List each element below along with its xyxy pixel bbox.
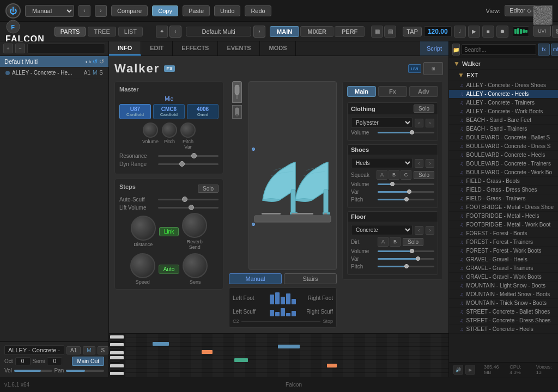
piano-note[interactable] <box>153 342 169 346</box>
nav-forward-button[interactable]: › <box>95 5 107 17</box>
squeak-c-btn[interactable]: C <box>401 170 411 180</box>
wand-icon[interactable]: ✦ <box>156 26 168 38</box>
browser-item-27[interactable]: ♫ STREET - Concrete - Dress Shoes <box>449 316 558 325</box>
browser-item-11[interactable]: ♫ FIELD - Grass - Boots <box>449 177 558 186</box>
piano-key-white6[interactable] <box>110 372 124 375</box>
piano-key-black4[interactable] <box>110 369 120 371</box>
list-tab[interactable]: LIST <box>118 27 143 36</box>
browser-search-input[interactable] <box>462 44 536 55</box>
effects-tab[interactable]: EFFECTS <box>173 41 218 56</box>
browser-item-8[interactable]: ♫ BOULEVARD - Concrete - Heels <box>449 151 558 160</box>
browser-item-13[interactable]: ♫ FIELD - Grass - Trainers <box>449 194 558 203</box>
piano-note-colored[interactable] <box>202 350 213 354</box>
fx-button1[interactable]: fx <box>538 44 550 56</box>
preset-back[interactable]: ‹ <box>169 26 181 38</box>
browser-item-10[interactable]: ♫ BOULEVARD - Concrete - Work Bo <box>449 168 558 177</box>
clothing-volume-slider[interactable] <box>378 132 434 133</box>
lift-volume-slider[interactable] <box>158 207 219 209</box>
squeak-a-btn[interactable]: A <box>377 170 387 180</box>
browser-item-14[interactable]: ♫ FOOTBRIDGE - Metal - Dress Shoe <box>449 203 558 212</box>
browser-item-18[interactable]: ♫ FOREST - Forest - Trainers <box>449 238 558 247</box>
undo-button[interactable]: Undo <box>214 5 240 16</box>
shoes-pitch-slider[interactable] <box>378 199 434 200</box>
floor-dropdown[interactable]: Concrete <box>351 225 413 235</box>
stop-button[interactable]: ■ <box>482 26 494 38</box>
browser-item-6[interactable]: ♫ BOULEVARD - Concrete - Ballet S <box>449 133 558 142</box>
browser-item-9[interactable]: ♫ BOULEVARD - Concrete - Trainers <box>449 160 558 168</box>
piano-roll-main[interactable] <box>125 334 448 377</box>
browser-item-2[interactable]: ♫ ALLEY - Concrete - Trainers <box>449 99 558 107</box>
redo-button[interactable]: Redo <box>245 5 271 16</box>
browser-item-15[interactable]: ♫ FOOTBRIDGE - Metal - Heels <box>449 212 558 220</box>
dirt-a-btn[interactable]: A <box>378 237 389 247</box>
browser-item-22[interactable]: ♫ GRAVEL - Gravel - Work Boots <box>449 273 558 281</box>
floor-var-slider[interactable] <box>378 258 434 260</box>
main-out-button[interactable]: Main Out <box>72 357 104 366</box>
shoes-var-slider[interactable] <box>378 191 434 193</box>
piano-key-white3[interactable] <box>110 351 124 354</box>
browser-item-19[interactable]: ♫ FOREST - Forest - Work Boots <box>449 247 558 255</box>
shoes-volume-slider[interactable] <box>378 183 434 185</box>
sens-knob[interactable] <box>183 253 208 278</box>
instrument-name-field[interactable] <box>4 345 64 355</box>
u87-btn[interactable]: U87 Cardioid <box>119 104 151 119</box>
main-ctrl-tab[interactable]: Main <box>347 86 376 97</box>
browser-item-5[interactable]: ♫ BEACH - Sand - Trainers <box>449 125 558 133</box>
nav-back-button[interactable]: ‹ <box>78 5 90 17</box>
browser-item-25[interactable]: ♫ MOUNTAIN - Thick Snow - Boots <box>449 299 558 308</box>
semi-field[interactable] <box>47 357 62 365</box>
vol-slider[interactable] <box>14 370 52 372</box>
loop-icon2[interactable]: ↺ <box>99 58 104 65</box>
link-button[interactable]: Link <box>159 227 179 236</box>
piano-key-white5[interactable] <box>110 364 124 367</box>
fx-ctrl-tab[interactable]: Fx <box>378 86 407 97</box>
preset-name[interactable]: Default Multi <box>186 27 251 36</box>
piano-key-black[interactable] <box>110 340 120 342</box>
grid-view-btn2[interactable]: ▤ <box>384 26 396 38</box>
mixer-tab[interactable]: MIXER <box>300 26 333 37</box>
s-badge[interactable]: S <box>99 70 103 76</box>
browser-item-26[interactable]: ♫ STREET - Concrete - Ballet Shoes <box>449 308 558 316</box>
s-button[interactable]: S <box>98 346 109 354</box>
preset-forward[interactable]: › <box>253 26 265 38</box>
paste-button[interactable]: Paste <box>183 5 210 16</box>
pan-slider[interactable] <box>66 370 104 372</box>
dyn-range-slider[interactable] <box>158 163 219 165</box>
key-select[interactable]: A1 <box>66 346 81 354</box>
browser-item-23[interactable]: ♫ MOUNTAIN - Light Snow - Boots <box>449 281 558 290</box>
play-button[interactable]: ▶ <box>468 26 480 38</box>
clothing-dropdown[interactable]: Polyester <box>351 118 413 128</box>
editor-select[interactable]: Editor ◇ <box>505 5 536 16</box>
power-button[interactable]: ⏻ <box>5 3 21 19</box>
floor-next[interactable]: › <box>426 226 434 235</box>
resonance-slider[interactable] <box>158 155 219 157</box>
shoes-dropdown[interactable]: Heels <box>351 158 413 168</box>
minus-icon[interactable]: − <box>15 44 25 53</box>
volume-knob[interactable] <box>143 122 158 138</box>
piano-note2[interactable] <box>278 345 300 348</box>
piano-keys[interactable] <box>109 334 125 377</box>
record-button[interactable]: ⏺ <box>496 26 508 38</box>
bpm-display[interactable]: 120.00 <box>424 26 452 37</box>
floor-prev[interactable]: ‹ <box>415 226 423 235</box>
expand-icon2[interactable]: › <box>89 58 91 65</box>
shoes-prev[interactable]: ‹ <box>415 159 423 168</box>
browser-item-7[interactable]: ♫ BOULEVARD - Concrete - Dress S <box>449 142 558 151</box>
copy-button[interactable]: Copy <box>152 5 178 16</box>
piano-key-white4[interactable] <box>110 356 124 359</box>
floor-volume-slider[interactable] <box>378 250 434 252</box>
metronome-icon[interactable]: ♩ <box>454 26 466 38</box>
lp-search[interactable] <box>27 44 105 53</box>
ext-folder[interactable]: ▼ EXT <box>449 70 558 81</box>
speed-knob[interactable] <box>130 253 155 278</box>
play-footer-button[interactable]: ▶ <box>465 365 475 375</box>
mods-tab[interactable]: MODS <box>260 41 296 56</box>
piano-key-black3[interactable] <box>110 360 120 363</box>
dirt-solo-button[interactable]: Solo <box>403 238 423 246</box>
speaker-icon[interactable]: 🔊 <box>453 365 463 375</box>
browser-item-4[interactable]: ♫ BEACH - Sand - Bare Feet <box>449 116 558 125</box>
walker-folder[interactable]: ▼ Walker <box>449 58 558 70</box>
manual-button[interactable]: Manual <box>229 273 282 284</box>
events-tab[interactable]: EVENTS <box>218 41 260 56</box>
browser-item-0[interactable]: ♫ ALLEY - Concrete - Dress Shoes <box>449 81 558 90</box>
